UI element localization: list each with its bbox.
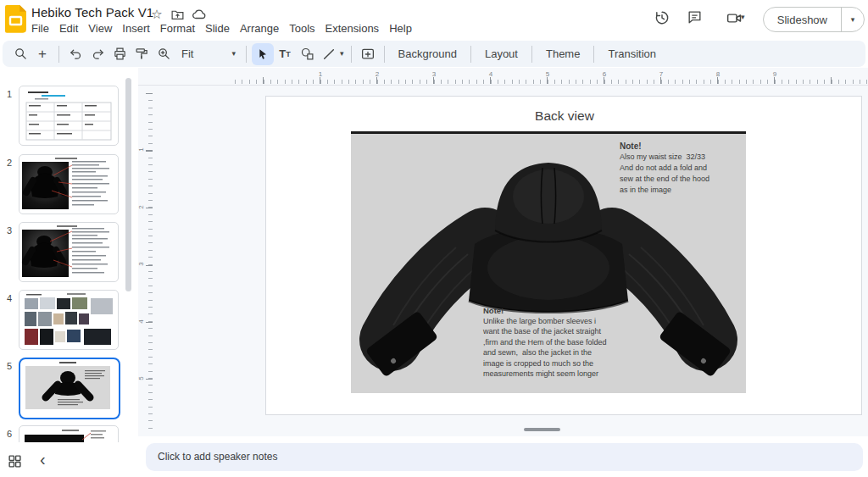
slide-thumbnail-1[interactable] xyxy=(19,86,119,146)
toolbar: + Fit ▾ TT xyxy=(3,41,865,67)
h-ruler-label: 8 xyxy=(716,70,720,78)
menu-item-slide[interactable]: Slide xyxy=(200,20,235,36)
grid-view-icon[interactable] xyxy=(8,454,22,469)
slide-number: 1 xyxy=(7,89,12,99)
h-ruler-label: 2 xyxy=(376,70,379,78)
filmstrip-scrollbar[interactable] xyxy=(125,78,131,291)
note-body: Also my waist size 32/33 And do not add … xyxy=(620,152,738,196)
background-button[interactable]: Background xyxy=(390,44,465,64)
redo-icon[interactable] xyxy=(86,43,108,65)
line-tool-caret-icon[interactable]: ▾ xyxy=(340,50,344,58)
h-ruler-label: 4 xyxy=(489,70,492,78)
h-ruler-label: 1 xyxy=(319,70,322,78)
search-menus-icon[interactable] xyxy=(9,43,31,65)
paint-format-icon[interactable] xyxy=(131,43,153,65)
toolbar-divider xyxy=(384,46,385,63)
new-slide-icon[interactable]: + xyxy=(31,43,53,65)
toolbar-divider xyxy=(58,46,59,63)
shape-tool-icon[interactable] xyxy=(296,43,318,65)
h-ruler-label: 6 xyxy=(603,70,606,78)
h-ruler-label: 7 xyxy=(659,70,663,78)
select-tool-icon[interactable] xyxy=(252,43,274,65)
menu-item-arrange[interactable]: Arrange xyxy=(235,20,284,36)
menubar: File Edit View Insert Format Slide Arran… xyxy=(26,20,417,36)
thumbnail-list: 1 2 xyxy=(0,68,138,442)
menu-item-file[interactable]: File xyxy=(26,20,54,36)
toolbar-divider xyxy=(470,46,471,63)
note-body: Unlike the large bomber sleeves i want t… xyxy=(483,316,632,379)
undo-icon[interactable] xyxy=(64,43,86,65)
text-box-tool-icon[interactable]: TT xyxy=(274,43,296,65)
h-ruler-label: 9 xyxy=(773,70,776,78)
speaker-notes-box[interactable]: Click to add speaker notes xyxy=(146,443,863,471)
note-textbox-top[interactable]: Note! Also my waist size 32/33 And do no… xyxy=(620,141,738,196)
toolbar-divider xyxy=(593,46,594,63)
v-ruler-label: 2 xyxy=(137,205,145,208)
menu-item-view[interactable]: View xyxy=(83,20,117,36)
note-heading: Note! xyxy=(483,306,632,315)
ruler-ticks xyxy=(146,93,153,432)
note-textbox-bottom[interactable]: Note! Unlike the large bomber sleeves i … xyxy=(483,306,632,379)
canvas-horizontal-scrollbar[interactable] xyxy=(524,428,560,431)
v-ruler-label: 4 xyxy=(137,319,145,323)
print-icon[interactable] xyxy=(108,43,131,65)
speaker-notes-placeholder[interactable]: Click to add speaker notes xyxy=(158,443,277,471)
slide-thumbnail-3[interactable] xyxy=(19,222,119,282)
slide-thumbnail-4[interactable] xyxy=(19,290,119,350)
slide-number: 2 xyxy=(7,158,12,168)
menu-item-insert[interactable]: Insert xyxy=(117,20,155,36)
note-heading: Note! xyxy=(620,141,738,151)
v-ruler-label: 1 xyxy=(137,147,145,151)
jacket-back-image[interactable]: Note! Also my waist size 32/33 And do no… xyxy=(351,134,746,393)
slide-number: 5 xyxy=(7,361,12,371)
comments-icon[interactable] xyxy=(687,9,705,28)
layout-button[interactable]: Layout xyxy=(476,44,526,64)
meet-caret-icon[interactable]: ▾ xyxy=(741,14,760,32)
slide-filmstrip: 1 2 xyxy=(0,68,138,477)
slide-thumbnail-5-selected[interactable] xyxy=(19,358,120,419)
zoom-in-icon[interactable] xyxy=(153,43,175,65)
theme-button[interactable]: Theme xyxy=(537,44,588,64)
slide-page[interactable]: Back view xyxy=(265,96,862,415)
slide-thumbnail-2[interactable] xyxy=(19,154,119,214)
menu-item-tools[interactable]: Tools xyxy=(284,20,320,36)
ruler-ticks xyxy=(263,77,868,84)
v-ruler-label: 5 xyxy=(137,376,145,380)
slide-number: 6 xyxy=(7,429,12,439)
menu-item-extensions[interactable]: Extensions xyxy=(320,20,385,36)
menu-item-format[interactable]: Format xyxy=(155,20,200,36)
slideshow-split-button: Slideshow ▾ xyxy=(763,7,865,32)
v-ruler-label: 3 xyxy=(137,262,145,265)
toolbar-divider xyxy=(531,46,532,63)
zoom-select[interactable]: Fit ▾ xyxy=(175,47,241,60)
horizontal-ruler: 1 2 3 4 5 6 7 8 9 xyxy=(138,68,868,86)
slide-thumbnail-6[interactable] xyxy=(19,425,119,442)
menu-item-help[interactable]: Help xyxy=(384,20,417,36)
slides-logo-icon[interactable] xyxy=(5,5,27,34)
h-ruler-label: 5 xyxy=(546,70,549,78)
document-title[interactable]: Hebiko Tech Pack V1 xyxy=(31,5,153,19)
toolbar-divider xyxy=(351,46,352,63)
zoom-caret-icon: ▾ xyxy=(231,50,236,58)
speaker-notes-bar: Click to add speaker notes xyxy=(138,436,868,477)
version-history-icon[interactable] xyxy=(654,9,672,28)
collapse-filmstrip-icon[interactable]: ‹ xyxy=(40,451,46,468)
vertical-ruler: 1 2 3 4 5 xyxy=(138,85,153,436)
slide-canvas-area: 1 2 3 4 5 6 7 8 9 1 2 3 4 5 Back view xyxy=(138,68,868,436)
slideshow-caret-icon[interactable]: ▾ xyxy=(842,16,864,24)
insert-comment-icon[interactable] xyxy=(357,43,379,65)
slide-number: 4 xyxy=(7,293,12,303)
slideshow-button[interactable]: Slideshow xyxy=(764,14,841,26)
toolbar-divider xyxy=(246,46,247,63)
slide-title-textbox[interactable]: Back view xyxy=(266,108,863,124)
slide-number: 3 xyxy=(7,225,12,236)
transition-button[interactable]: Transition xyxy=(599,44,665,64)
title-bar: Hebiko Tech Pack V1 ☆ File Edit View Ins… xyxy=(0,0,868,41)
h-ruler-label: 3 xyxy=(432,70,436,78)
menu-item-edit[interactable]: Edit xyxy=(54,20,83,36)
line-tool-icon[interactable] xyxy=(318,43,340,65)
zoom-value: Fit xyxy=(181,47,193,60)
